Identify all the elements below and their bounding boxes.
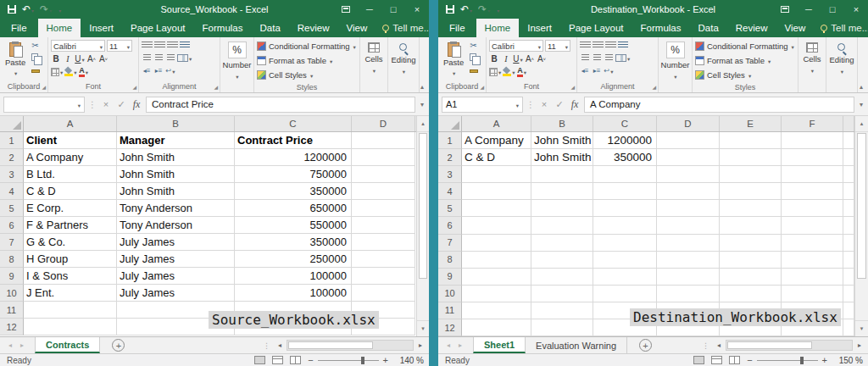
cell-A8[interactable] xyxy=(462,252,531,269)
select-all-corner[interactable] xyxy=(438,116,462,131)
new-sheet-button[interactable]: + xyxy=(639,339,652,352)
dialog-launcher-icon[interactable] xyxy=(42,84,46,90)
cell-D10[interactable] xyxy=(657,286,720,302)
zoom-level[interactable]: 140 % xyxy=(395,356,424,365)
column-header-F[interactable]: F xyxy=(782,116,843,131)
cell-A6[interactable]: F & Partners xyxy=(24,217,117,234)
zoom-in-button[interactable]: + xyxy=(822,355,827,365)
align-middle-button[interactable] xyxy=(154,40,165,51)
undo-button[interactable]: ↶ xyxy=(22,4,34,14)
row-header-12[interactable]: 12 xyxy=(438,319,462,336)
cell-A12[interactable] xyxy=(24,319,117,336)
scrollbar-splitter[interactable] xyxy=(263,341,270,350)
scroll-down-button[interactable]: ▾ xyxy=(855,320,868,336)
row-header-9[interactable]: 9 xyxy=(0,268,24,285)
cell-D3[interactable] xyxy=(352,166,415,183)
tab-insert[interactable]: Insert xyxy=(519,19,560,37)
cell-B11[interactable] xyxy=(531,302,593,319)
scroll-right-button[interactable]: ▸ xyxy=(415,341,426,349)
save-button[interactable] xyxy=(8,5,16,14)
cell-E10[interactable] xyxy=(720,286,782,302)
vertical-scroll-thumb[interactable] xyxy=(857,133,866,279)
column-header-A[interactable]: A xyxy=(24,116,117,131)
cell-B7[interactable]: July James xyxy=(117,234,235,251)
cell-D10[interactable] xyxy=(352,285,415,302)
row-header-6[interactable]: 6 xyxy=(0,217,24,234)
ribbon-display-options-button[interactable] xyxy=(773,0,797,19)
cell-F1[interactable] xyxy=(782,132,843,149)
cell-E6[interactable] xyxy=(720,217,782,234)
maximize-button[interactable]: □ xyxy=(821,0,844,19)
font-name-select[interactable]: Calibri xyxy=(489,40,543,52)
paste-button[interactable]: Paste xyxy=(440,39,467,80)
column-header-partial[interactable] xyxy=(843,116,854,131)
cell-E5[interactable] xyxy=(720,200,782,217)
row-header-11[interactable]: 11 xyxy=(438,302,462,319)
cell-D2[interactable] xyxy=(352,149,415,166)
sheet-nav-right-button[interactable]: ▸ xyxy=(16,337,28,353)
zoom-slider-thumb[interactable] xyxy=(361,357,364,364)
font-size-select[interactable]: 11 xyxy=(107,40,132,52)
tab-page-layout[interactable]: Page Layout xyxy=(560,19,632,37)
cell-A11[interactable] xyxy=(462,302,531,319)
cell-E2[interactable] xyxy=(720,149,782,166)
cell-A1[interactable]: A Company xyxy=(462,132,531,149)
font-color-button[interactable]: A xyxy=(517,66,527,77)
number-format-button[interactable]: Number xyxy=(661,60,690,69)
cell-D4[interactable] xyxy=(352,183,415,200)
zoom-level[interactable]: 150 % xyxy=(834,356,863,365)
cell-A8[interactable]: H Group xyxy=(24,251,117,268)
cell-partial[interactable] xyxy=(843,183,854,200)
close-button[interactable]: × xyxy=(405,0,429,19)
cell-A3[interactable]: B Ltd. xyxy=(24,166,117,183)
zoom-slider-thumb[interactable] xyxy=(800,357,804,364)
cell-partial[interactable] xyxy=(843,269,854,286)
cell-B4[interactable] xyxy=(531,183,593,200)
cell-B5[interactable]: Tony Anderson xyxy=(117,200,235,217)
borders-button[interactable] xyxy=(489,66,501,77)
cell-A9[interactable] xyxy=(462,269,531,286)
cell-D7[interactable] xyxy=(657,235,720,252)
format-as-table-button[interactable]: Format as Table xyxy=(695,54,795,67)
row-header-6[interactable]: 6 xyxy=(438,217,462,234)
tab-file[interactable]: File xyxy=(0,19,38,37)
maximize-button[interactable]: □ xyxy=(381,0,405,19)
row-header-2[interactable]: 2 xyxy=(438,149,462,166)
new-sheet-button[interactable]: + xyxy=(112,339,125,352)
tab-data[interactable]: Data xyxy=(690,19,727,37)
zoom-out-button[interactable]: − xyxy=(747,355,752,365)
formula-bar-input[interactable]: Contract Price xyxy=(146,97,415,113)
percent-style-button[interactable]: % xyxy=(228,42,247,58)
cell-D3[interactable] xyxy=(657,166,720,183)
select-all-corner[interactable] xyxy=(0,116,24,131)
cell-B4[interactable]: John Smith xyxy=(117,183,235,200)
cell-C5[interactable]: 650000 xyxy=(235,200,352,217)
scroll-left-button[interactable]: ◂ xyxy=(714,341,724,349)
cell-C6[interactable] xyxy=(593,217,657,234)
undo-button[interactable]: ↶ xyxy=(460,4,472,14)
column-header-C[interactable]: C xyxy=(235,116,352,131)
tab-review[interactable]: Review xyxy=(727,19,776,37)
name-box[interactable]: A1 xyxy=(442,97,523,113)
cancel-button[interactable]: × xyxy=(100,99,112,109)
orientation-button[interactable] xyxy=(180,40,190,51)
minimize-button[interactable]: ─ xyxy=(797,0,821,19)
zoom-in-button[interactable]: + xyxy=(383,355,388,365)
cell-D6[interactable] xyxy=(657,217,720,234)
horizontal-scroll-track[interactable] xyxy=(726,340,853,351)
column-header-D[interactable]: D xyxy=(352,116,415,131)
align-center-button[interactable] xyxy=(592,53,602,64)
increase-indent-button[interactable]: ▸≡ xyxy=(153,65,164,76)
zoom-out-button[interactable]: − xyxy=(308,355,313,365)
cell-C3[interactable] xyxy=(593,166,657,183)
cell-B9[interactable]: July James xyxy=(117,268,235,285)
scrollbar-splitter[interactable] xyxy=(702,341,709,350)
cell-A10[interactable]: J Ent. xyxy=(24,285,117,302)
cell-B6[interactable]: Tony Anderson xyxy=(117,217,235,234)
tab-home[interactable]: Home xyxy=(38,19,81,37)
cell-B8[interactable]: July James xyxy=(117,251,235,268)
vertical-scrollbar[interactable]: ▴ ▾ xyxy=(854,116,868,336)
horizontal-scroll-thumb[interactable] xyxy=(288,341,373,349)
dialog-launcher-icon[interactable] xyxy=(214,84,218,90)
cell-B10[interactable] xyxy=(531,286,593,302)
